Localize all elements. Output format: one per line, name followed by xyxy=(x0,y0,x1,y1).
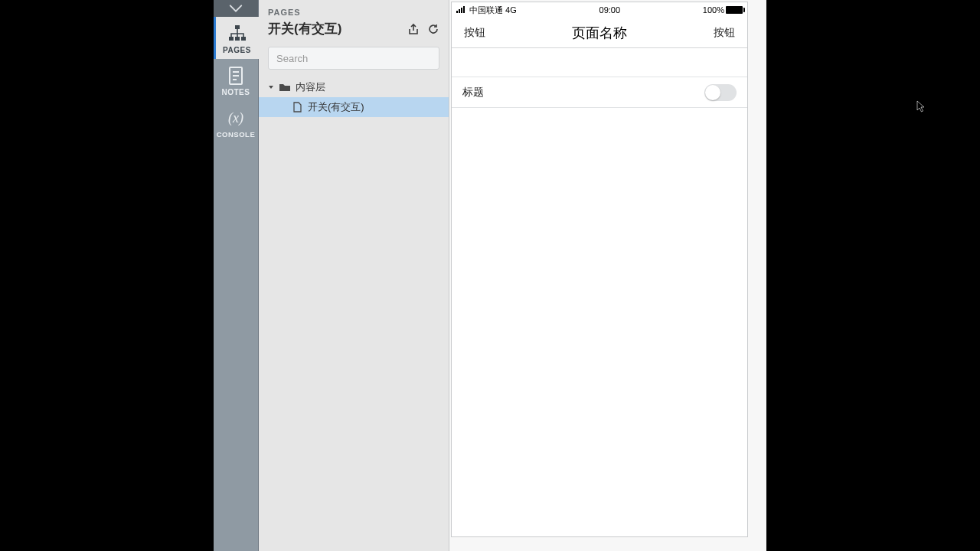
share-icon[interactable] xyxy=(407,23,420,35)
search-input[interactable] xyxy=(268,47,439,70)
switch-knob xyxy=(705,85,720,100)
page-icon xyxy=(292,102,302,112)
nav-left-button[interactable]: 按钮 xyxy=(464,26,485,40)
nav-right-button[interactable]: 按钮 xyxy=(714,26,735,40)
status-carrier: 中国联通 4G xyxy=(469,5,517,16)
svg-rect-2 xyxy=(235,37,240,41)
nav-title: 页面名称 xyxy=(572,24,627,42)
svg-rect-9 xyxy=(459,9,460,13)
device-body xyxy=(452,108,747,536)
rail-tab-pages[interactable]: PAGES xyxy=(214,17,259,59)
mouse-cursor-icon xyxy=(916,100,926,112)
switch-cell: 标题 xyxy=(452,77,747,108)
tree-page-label: 开关(有交互) xyxy=(308,100,364,114)
rail-collapse-button[interactable] xyxy=(214,0,258,17)
console-icon: (x) xyxy=(224,107,248,129)
status-time: 09:00 xyxy=(599,5,621,15)
svg-rect-11 xyxy=(463,6,465,13)
status-battery-pct: 100% xyxy=(703,5,724,15)
tree-folder-label: 内容层 xyxy=(296,80,325,94)
switch-toggle[interactable] xyxy=(704,84,737,101)
refresh-icon[interactable] xyxy=(427,23,439,35)
svg-rect-3 xyxy=(241,37,246,41)
tree-page[interactable]: 开关(有交互) xyxy=(259,97,449,117)
svg-rect-8 xyxy=(456,11,458,13)
svg-rect-1 xyxy=(229,37,234,41)
panel-current-page: 开关(有交互) xyxy=(268,20,341,37)
rail-tab-console-label: CONSOLE xyxy=(217,130,255,139)
pages-panel: PAGES 开关(有交互) xyxy=(259,0,449,551)
folder-icon xyxy=(279,83,291,92)
signal-icon xyxy=(456,5,467,15)
status-bar: 中国联通 4G 09:00 100% xyxy=(452,2,747,18)
rail-tab-pages-label: PAGES xyxy=(223,46,251,54)
device-frame: 中国联通 4G 09:00 100% 按钮 页面名称 按钮 标题 xyxy=(451,2,748,537)
tree-folder[interactable]: 内容层 xyxy=(259,77,449,97)
nav-header: 按钮 页面名称 按钮 xyxy=(452,18,747,48)
switch-cell-label: 标题 xyxy=(462,86,484,99)
blank-spacer-row xyxy=(452,48,747,77)
rail-tab-console[interactable]: (x) CONSOLE xyxy=(214,101,259,143)
panel-section-label: PAGES xyxy=(268,8,439,17)
preview-canvas: 中国联通 4G 09:00 100% 按钮 页面名称 按钮 标题 xyxy=(449,0,766,551)
svg-rect-0 xyxy=(235,25,240,29)
left-rail: PAGES NOTES (x) CONSOLE xyxy=(214,0,259,551)
disclosure-down-icon[interactable] xyxy=(266,83,276,92)
battery-icon xyxy=(726,6,743,14)
svg-rect-10 xyxy=(461,8,462,13)
notes-icon xyxy=(224,65,248,86)
page-tree: 内容层 开关(有交互) xyxy=(259,76,449,119)
sitemap-icon xyxy=(225,23,250,44)
rail-tab-notes-label: NOTES xyxy=(222,88,250,96)
rail-tab-notes[interactable]: NOTES xyxy=(214,59,259,101)
